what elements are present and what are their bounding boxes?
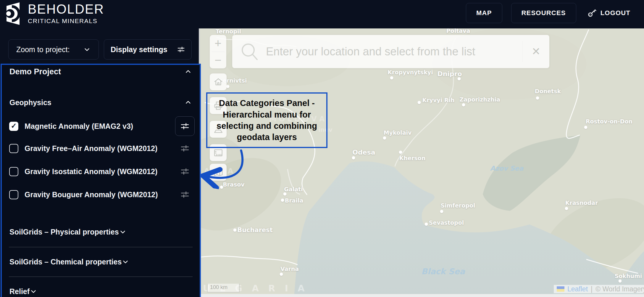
map-scale-bar: 100 km bbox=[207, 284, 240, 293]
layer-label: Gravity Isostatic Anomaly (WGM2012) bbox=[25, 167, 175, 176]
project-accordion-header[interactable]: Demo Project bbox=[2, 65, 200, 78]
map-attribution: Leaflet | © World Imagery bbox=[554, 285, 644, 293]
layer-checkbox[interactable]: ✓ bbox=[9, 167, 18, 176]
search-icon bbox=[241, 42, 259, 61]
data-categories-panel: Demo Project Geophysics ✓ Magnetic Anoma… bbox=[1, 64, 201, 297]
chevron-down-icon bbox=[122, 258, 129, 266]
map-zoom-control: + − bbox=[210, 35, 226, 68]
map-city-label: Bucharest bbox=[237, 227, 273, 234]
sliders-icon bbox=[180, 167, 189, 176]
map-city-dot bbox=[418, 101, 421, 104]
basemap-button[interactable] bbox=[210, 164, 227, 181]
top-header: BEHOLDER CRITICAL MINERALS MAP RESOURCES… bbox=[0, 0, 644, 28]
beholder-logo bbox=[5, 2, 24, 25]
collapsed-section-header[interactable]: Relief bbox=[2, 282, 200, 297]
location-search-bar: ✕ bbox=[232, 35, 549, 68]
annotation-text: Data Categories Panel - Hierarchical men… bbox=[213, 97, 321, 143]
brand: BEHOLDER CRITICAL MINERALS bbox=[5, 2, 104, 25]
sliders-icon bbox=[180, 190, 189, 199]
map-city-dot bbox=[458, 77, 461, 81]
map-city-dot bbox=[619, 280, 622, 283]
zoom-in-button[interactable]: + bbox=[210, 35, 226, 52]
map-city-dot bbox=[233, 229, 237, 232]
map-city-label: Braila bbox=[285, 197, 304, 204]
map-region-label: A bbox=[204, 167, 210, 175]
app-title: BEHOLDER bbox=[28, 2, 104, 17]
app-subtitle: CRITICAL MINERALS bbox=[28, 17, 104, 25]
layer-checkbox[interactable]: ✓ bbox=[9, 144, 18, 153]
chevron-up-icon bbox=[184, 68, 192, 76]
logout-button[interactable]: LOGOUT bbox=[585, 8, 632, 18]
sliders-icon bbox=[180, 122, 189, 131]
display-settings-button[interactable]: Display settings bbox=[104, 39, 192, 60]
nav-resources-button[interactable]: RESOURCES bbox=[511, 3, 576, 23]
key-icon bbox=[587, 8, 597, 18]
map-city-label: Kropyvnytskyi bbox=[388, 69, 433, 76]
map-city-dot bbox=[352, 156, 355, 160]
sliders-icon bbox=[177, 46, 185, 53]
map-city-dot bbox=[390, 76, 393, 80]
home-extent-button[interactable] bbox=[210, 73, 227, 90]
zoom-out-button[interactable]: − bbox=[210, 52, 226, 68]
map-city-dot bbox=[536, 97, 539, 100]
map-region-label: A bbox=[228, 167, 233, 175]
main-nav: MAP RESOURCES LOGOUT bbox=[466, 3, 632, 23]
map-city-label: Poltava bbox=[446, 28, 470, 34]
map-city-dot bbox=[584, 126, 587, 129]
map-city-dot bbox=[383, 137, 386, 140]
geophysics-accordion-header[interactable]: Geophysics bbox=[2, 94, 200, 110]
map-city-dot bbox=[565, 207, 568, 210]
annotation-callout: Data Categories Panel - Hierarchical men… bbox=[206, 92, 327, 148]
layer-checkbox[interactable]: ✓ bbox=[9, 122, 18, 131]
layer-label: Magnetic Anomaly (EMAG2 v3) bbox=[25, 122, 175, 131]
left-column: Zoom to project: Display settings Demo P… bbox=[0, 28, 199, 297]
map-city-label: Mykolaiv bbox=[384, 129, 412, 136]
layer-settings-button[interactable] bbox=[175, 185, 195, 204]
map-city-dot bbox=[280, 273, 283, 276]
display-settings-label: Display settings bbox=[111, 45, 167, 54]
layer-row: ✓ Gravity Bouguer Anomaly (WGM2012) bbox=[2, 185, 200, 204]
map-city-label: Simferopol bbox=[441, 202, 475, 209]
map-city-label: Rostov-on-Don bbox=[586, 118, 632, 125]
layer-row: ✓ Gravity Free–Air Anomaly (WGM2012) bbox=[2, 139, 200, 158]
page-bottom-strip bbox=[199, 294, 644, 297]
section-label: SoilGrids – Physical properties bbox=[9, 228, 119, 236]
map-canvas[interactable]: M O L D O V AinevAAU L G A R I A Ternopi… bbox=[199, 28, 644, 297]
chevron-down-icon bbox=[83, 46, 91, 53]
section-label: SoilGrids – Chemical properties bbox=[9, 258, 122, 266]
map-city-label: Odesa bbox=[352, 149, 375, 156]
map-city-dot bbox=[425, 223, 428, 226]
chevron-down-icon bbox=[30, 288, 37, 295]
leaflet-attribution-link[interactable]: Leaflet bbox=[567, 285, 588, 293]
layer-settings-button[interactable] bbox=[175, 139, 195, 158]
imagery-credit: © World Imagery bbox=[595, 285, 644, 293]
map-city-dot bbox=[399, 151, 402, 154]
attribution-separator: | bbox=[591, 285, 593, 293]
layer-checkbox[interactable]: ✓ bbox=[9, 190, 18, 199]
ruler-icon bbox=[213, 147, 224, 158]
logout-label: LOGOUT bbox=[601, 9, 630, 17]
map-city-label: Kherson bbox=[399, 155, 425, 161]
app-root: M O L D O V AinevAAU L G A R I A Ternopi… bbox=[0, 0, 644, 297]
map-city-label: Sevastopol bbox=[429, 219, 464, 226]
check-icon: ✓ bbox=[11, 122, 17, 129]
search-clear-button[interactable]: ✕ bbox=[523, 45, 549, 58]
project-label: Demo Project bbox=[9, 67, 61, 76]
map-city-dot bbox=[226, 85, 230, 88]
section-divider bbox=[9, 247, 193, 247]
section-divider bbox=[9, 277, 193, 277]
collapsed-section-header[interactable]: SoilGrids – Chemical properties bbox=[2, 253, 200, 271]
nav-map-button[interactable]: MAP bbox=[466, 3, 502, 23]
zoom-to-project-dropdown[interactable]: Zoom to project: bbox=[8, 39, 99, 60]
layer-settings-button[interactable] bbox=[175, 116, 195, 136]
map-city-dot bbox=[281, 199, 284, 202]
ukraine-flag-icon bbox=[557, 286, 564, 292]
map-city-dot bbox=[462, 103, 465, 107]
map-city-dot bbox=[440, 210, 443, 213]
zoom-to-project-label: Zoom to project: bbox=[16, 45, 70, 54]
collapsed-section-header[interactable]: SoilGrids – Physical properties bbox=[2, 223, 200, 241]
map-city-label: Varna bbox=[280, 266, 299, 272]
layer-settings-button[interactable] bbox=[175, 162, 195, 181]
search-input[interactable] bbox=[259, 45, 522, 58]
map-sea-label: Black Sea bbox=[421, 267, 465, 276]
